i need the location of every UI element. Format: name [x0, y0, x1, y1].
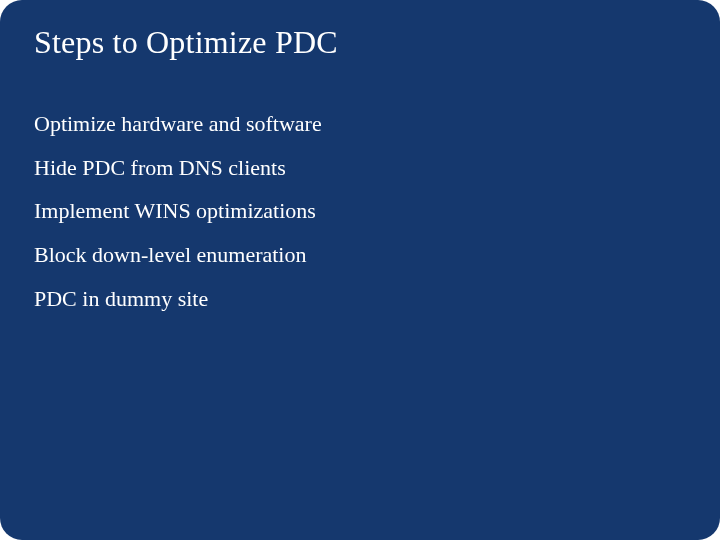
list-item: Block down-level enumeration — [34, 240, 686, 270]
slide: Steps to Optimize PDC Optimize hardware … — [0, 0, 720, 540]
list-item: Optimize hardware and software — [34, 109, 686, 139]
list-item: PDC in dummy site — [34, 284, 686, 314]
list-item: Implement WINS optimizations — [34, 196, 686, 226]
list-item: Hide PDC from DNS clients — [34, 153, 686, 183]
slide-title: Steps to Optimize PDC — [34, 24, 686, 61]
slide-items: Optimize hardware and software Hide PDC … — [34, 109, 686, 313]
